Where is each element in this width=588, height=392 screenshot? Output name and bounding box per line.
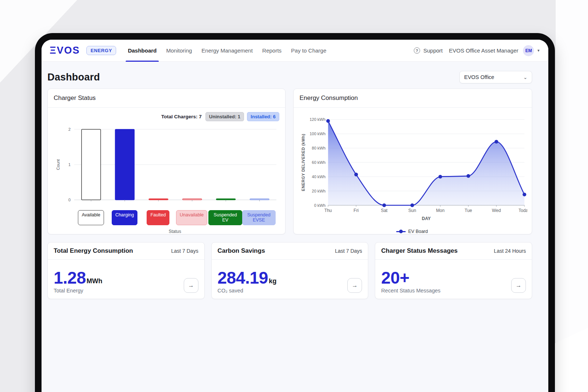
status-label-suspended-evse: Suspended EVSE (242, 210, 276, 225)
chevron-down-icon[interactable]: ▾ (537, 48, 539, 53)
stat-card-period: Last 7 Days (335, 248, 362, 254)
nav-tab-monitoring[interactable]: Monitoring (166, 40, 192, 62)
page-title: Dashboard (47, 72, 100, 83)
navbar-left: ΞVOS ENERGY Dashboard Monitoring Energy … (50, 40, 326, 61)
status-label-faulted: Faulted (147, 210, 169, 225)
svg-text:0: 0 (68, 198, 71, 202)
svg-text:60 kWh: 60 kWh (312, 160, 326, 165)
chevron-down-icon: ⌄ (523, 75, 527, 80)
total-energy-arrow-button[interactable]: → (184, 278, 198, 293)
stat-value-block: 20+ Recent Status Messages (381, 269, 440, 294)
dashboard-content: Dashboard EVOS Office ⌄ Charger Status T… (42, 62, 548, 299)
nav-tab-pay-to-charge[interactable]: Pay to Charge (291, 40, 326, 62)
svg-text:DAY: DAY (422, 216, 431, 221)
total-chargers-label: Total Chargers: 7 (161, 114, 202, 119)
svg-text:100 kWh: 100 kWh (310, 132, 326, 136)
stat-cards-row: Total Energy Consumption Last 7 Days 1.2… (47, 242, 532, 299)
status-category-labels: AvailableChargingFaultedUnavailableSuspe… (74, 210, 276, 225)
energy-badge: ENERGY (86, 46, 116, 55)
stat-card-period: Last 7 Days (171, 248, 198, 254)
support-link[interactable]: Support (423, 47, 443, 54)
tablet-frame: ΞVOS ENERGY Dashboard Monitoring Energy … (35, 33, 555, 392)
top-navbar: ΞVOS ENERGY Dashboard Monitoring Energy … (42, 40, 548, 62)
stat-card-title: Carbon Savings (218, 247, 265, 255)
stat-card-title: Total Energy Consumption (54, 247, 133, 255)
stat-caption: CO₂ saved (218, 288, 277, 294)
svg-text:Sun: Sun (408, 208, 416, 213)
site-selector-value: EVOS Office (464, 74, 494, 80)
stat-card-body: 1.28 MWh Total Energy → (48, 260, 204, 299)
svg-text:Fri: Fri (354, 208, 359, 213)
heading-row: Dashboard EVOS Office ⌄ (47, 62, 532, 89)
nav-tab-dashboard[interactable]: Dashboard (128, 40, 157, 62)
status-label-unavailable: Unavailable (176, 210, 207, 225)
charger-status-card-body: Total Chargers: 7 Uninstalled: 1 Install… (48, 108, 285, 234)
carbon-savings-value: 284.19 (218, 269, 268, 286)
stat-card-body: 20+ Recent Status Messages → (375, 260, 532, 299)
energy-consumption-card-body: 0 kWh20 kWh40 kWh60 kWh80 kWh100 kWh120 … (294, 108, 532, 234)
svg-text:0 kWh: 0 kWh (314, 203, 326, 208)
energy-consumption-card-header: Energy Consumption (294, 89, 532, 108)
svg-text:Tue: Tue (465, 208, 472, 213)
app-screen: ΞVOS ENERGY Dashboard Monitoring Energy … (42, 40, 548, 392)
uninstalled-badge: Uninstalled: 1 (205, 112, 244, 121)
stat-card-header: Carbon Savings Last 7 Days (212, 242, 368, 260)
svg-text:20 kWh: 20 kWh (312, 189, 326, 193)
account-name: EVOS Office Asset Manager (449, 47, 518, 54)
energy-consumption-card: Energy Consumption 0 kWh20 kWh40 kWh60 k… (293, 89, 532, 234)
user-avatar[interactable]: EM (523, 45, 534, 56)
site-selector-dropdown[interactable]: EVOS Office ⌄ (459, 71, 532, 83)
main-nav: Dashboard Monitoring Energy Management R… (128, 40, 326, 62)
status-messages-arrow-button[interactable]: → (511, 278, 526, 293)
svg-text:Sat: Sat (381, 208, 388, 213)
ev-board-legend-marker-icon (396, 230, 406, 233)
chart-legend: EV Board (297, 229, 527, 234)
svg-text:ENERGY DELIVERED (kWh): ENERGY DELIVERED (kWh) (301, 134, 305, 191)
carbon-savings-arrow-button[interactable]: → (347, 278, 362, 293)
status-label-available: Available (78, 210, 104, 225)
charger-status-bar-chart: 012Count (54, 121, 279, 209)
stat-card-body: 284.19 kg CO₂ saved → (212, 260, 368, 299)
stat-value-block: 284.19 kg CO₂ saved (218, 269, 277, 294)
total-energy-value: 1.28 (54, 269, 86, 286)
svg-text:120 kWh: 120 kWh (310, 117, 326, 122)
stat-card-period: Last 24 Hours (494, 248, 526, 254)
svg-text:Thu: Thu (324, 208, 332, 213)
svg-text:Today: Today (519, 208, 527, 213)
charger-status-messages-card: Charger Status Messages Last 24 Hours 20… (375, 242, 532, 299)
help-icon[interactable]: ? (414, 47, 420, 54)
svg-text:Count: Count (56, 159, 60, 170)
installed-badge: Installed: 6 (247, 112, 279, 121)
svg-text:80 kWh: 80 kWh (312, 146, 326, 150)
bar-chart-x-axis-title: Status (54, 229, 279, 234)
charger-status-card: Charger Status Total Chargers: 7 Uninsta… (47, 89, 286, 234)
energy-consumption-card-title: Energy Consumption (300, 94, 358, 102)
navbar-right: ? Support EVOS Office Asset Manager EM ▾ (414, 40, 539, 61)
stat-card-header: Total Energy Consumption Last 7 Days (48, 242, 204, 260)
carbon-savings-unit: kg (269, 277, 276, 285)
total-energy-consumption-card: Total Energy Consumption Last 7 Days 1.2… (47, 242, 205, 299)
stat-caption: Total Energy (54, 288, 103, 294)
stat-value-block: 1.28 MWh Total Energy (54, 269, 103, 294)
carbon-savings-card: Carbon Savings Last 7 Days 284.19 kg CO₂… (211, 242, 369, 299)
legend-label: EV Board (408, 229, 428, 234)
svg-text:Mon: Mon (436, 208, 444, 213)
stat-caption: Recent Status Messages (381, 288, 440, 294)
evos-logo: ΞVOS (50, 46, 80, 55)
status-label-charging: Charging (112, 210, 138, 225)
stat-card-title: Charger Status Messages (381, 247, 458, 255)
energy-consumption-area-chart: 0 kWh20 kWh40 kWh60 kWh80 kWh100 kWh120 … (297, 112, 527, 228)
svg-text:40 kWh: 40 kWh (312, 175, 326, 179)
charger-status-card-title: Charger Status (54, 94, 96, 102)
svg-text:1: 1 (68, 162, 71, 167)
charger-count-badges: Total Chargers: 7 Uninstalled: 1 Install… (54, 112, 279, 121)
svg-text:Wed: Wed (492, 208, 501, 213)
status-messages-value: 20+ (381, 269, 409, 286)
charger-status-card-header: Charger Status (48, 89, 285, 108)
charts-row: Charger Status Total Chargers: 7 Uninsta… (47, 89, 532, 234)
total-energy-unit: MWh (87, 277, 103, 285)
nav-tab-reports[interactable]: Reports (262, 40, 282, 62)
nav-tab-energy-management[interactable]: Energy Management (201, 40, 252, 62)
stat-card-header: Charger Status Messages Last 24 Hours (375, 242, 532, 260)
status-label-suspended-ev: Suspended EV (208, 210, 242, 225)
